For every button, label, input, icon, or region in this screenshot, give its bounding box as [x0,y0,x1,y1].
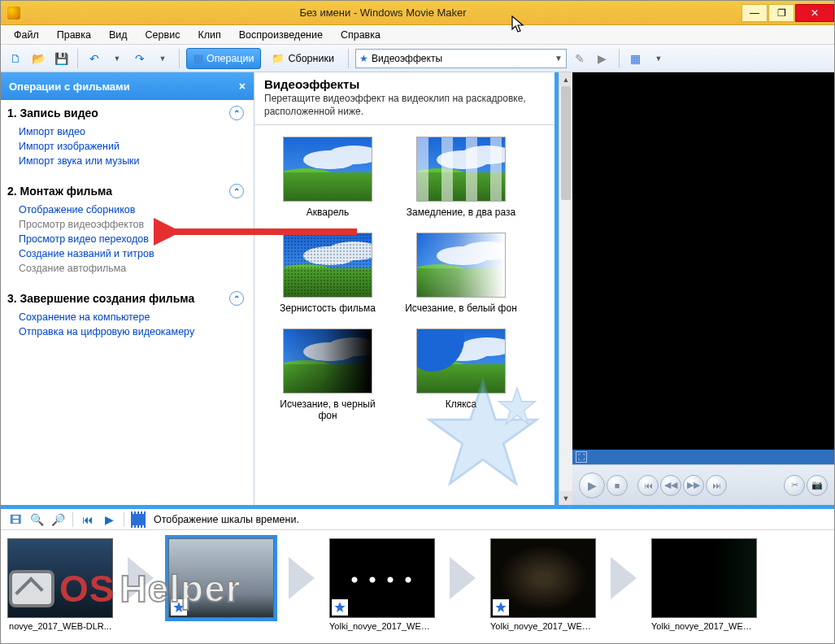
titlebar: Без имени - Windows Movie Maker — ❐ ✕ [1,1,834,25]
timeline-label[interactable]: Отображение шкалы времени. [154,514,299,525]
forward-button[interactable]: ▶▶ [683,475,704,496]
scroll-thumb[interactable] [561,86,571,200]
task-section-header[interactable]: 1. Запись видео⌃ [1,103,254,123]
folder-icon: 📁 [272,52,285,64]
collapse-icon[interactable]: ⌃ [229,184,244,198]
effect-item[interactable]: Замедление, в два раза [404,137,518,218]
open-button[interactable]: 📂 [28,49,48,68]
clip-thumbnail[interactable] [168,538,274,618]
stop-button[interactable]: ■ [607,475,628,496]
effect-thumbnail [416,137,506,202]
toolbar: 🗋 📂 💾 ↶ ▼ ↷ ▼ ▤ Операции 📁 Сборники ★ Ви… [1,45,834,72]
storyboard-clip[interactable]: novye_2017_WEB-DLR... [7,538,113,631]
task-link[interactable]: Просмотр видеоэффектов [19,217,254,232]
menu-tools[interactable]: Сервис [137,27,189,43]
transition-slot[interactable] [116,538,165,618]
save-button[interactable]: 💾 [51,49,71,68]
prev-clip-button[interactable]: ⏮ [637,475,659,496]
split-button[interactable]: ✂ [784,475,805,496]
effect-item[interactable]: Клякса [404,329,518,421]
next-clip-button[interactable]: ⏭ [706,475,727,496]
clip-thumbnail[interactable] [651,538,757,618]
playback-controls: ▶ ■ ⏮ ◀◀ ▶▶ ⏭ ✂ 📷 [572,464,834,505]
preview-video [572,72,834,450]
undo-button[interactable]: ↶ [85,49,104,68]
play-button[interactable]: ▶ [579,472,605,498]
transition-slot[interactable] [599,538,648,618]
new-button[interactable]: 🗋 [6,49,25,68]
menu-file[interactable]: Файл [6,27,47,43]
task-link[interactable]: Отображение сборников [19,202,254,217]
combo-label: Видеоэффекты [372,53,551,64]
nav-up-button[interactable]: ✎ [570,49,589,68]
collapse-icon[interactable]: ⌃ [229,291,244,306]
minimize-button[interactable]: — [741,4,768,22]
effect-label: Исчезание, в белый фон [404,302,518,314]
svg-marker-2 [173,602,184,612]
clip-filename: novye_2017_WEB-DLR... [9,621,111,631]
tl-rewind-button[interactable]: ⏮ [80,511,96,528]
task-link[interactable]: Сохранение на компьютере [19,310,254,324]
close-button[interactable]: ✕ [795,4,834,22]
task-pane-close[interactable]: × [239,80,246,93]
clip-thumbnail[interactable] [329,538,435,618]
task-link[interactable]: Отправка на цифровую видеокамеру [19,324,254,339]
task-pane: Операции с фильмами × 1. Запись видео⌃Им… [1,72,254,505]
effect-item[interactable]: Исчезание, в белый фон [404,233,518,314]
task-link[interactable]: Импорт видео [19,124,254,139]
operations-button[interactable]: ▤ Операции [186,48,261,69]
film-icon [131,514,146,525]
menu-view[interactable]: Вид [101,27,136,43]
task-link[interactable]: Создание автофильма [19,261,254,276]
task-link[interactable]: Импорт звука или музыки [19,154,254,168]
list-icon: ▤ [194,52,203,64]
storyboard[interactable]: novye_2017_WEB-DLR...Yolki_novye_2017_WE… [1,529,834,643]
scroll-up-button[interactable]: ▲ [559,72,572,86]
view-button[interactable]: ▦ [626,49,646,68]
timeline-toggle-button[interactable]: 🎞 [7,511,24,528]
maximize-button[interactable]: ❐ [768,4,794,22]
zoom-in-button[interactable]: 🔍 [28,511,45,528]
task-link[interactable]: Просмотр видео переходов [19,232,254,246]
separator [348,49,349,68]
effect-item[interactable]: Акварель [271,137,385,218]
app-icon [7,7,20,20]
rewind-button[interactable]: ◀◀ [660,475,681,496]
scroll-down-button[interactable]: ▼ [559,491,572,505]
menu-play[interactable]: Воспроизведение [231,27,331,43]
snapshot-button[interactable]: 📷 [807,475,828,496]
storyboard-clip[interactable]: Yolki_novye_2017_WEB-DLR... [329,538,435,631]
redo-button[interactable]: ↷ [130,49,150,68]
task-section-header[interactable]: 2. Монтаж фильма⌃ [1,181,254,201]
effects-scrollbar[interactable]: ▲ ▼ [559,72,572,505]
effect-item[interactable]: Зернистость фильма [271,233,385,314]
transition-slot[interactable] [277,538,326,618]
storyboard-clip[interactable]: Yolki_novye_2017_WEB-DLR... [490,538,596,631]
tl-play-button[interactable]: ▶ [101,511,117,528]
menu-edit[interactable]: Правка [49,27,99,43]
view-dropdown[interactable]: ▼ [649,49,668,68]
redo-dropdown[interactable]: ▼ [153,49,172,68]
task-section-header[interactable]: 3. Завершение создания фильма⌃ [1,289,254,308]
effect-label: Замедление, в два раза [404,207,518,218]
collapse-icon[interactable]: ⌃ [229,106,244,120]
clip-filename: Yolki_novye_2017_WEB-DLR... [329,621,435,631]
zoom-out-button[interactable]: 🔎 [50,511,66,528]
transition-slot[interactable] [438,538,487,618]
collections-button[interactable]: 📁 Сборники [264,48,341,69]
task-link[interactable]: Импорт изображений [19,139,254,154]
clip-thumbnail[interactable] [490,538,596,618]
task-link[interactable]: Создание названий и титров [19,246,254,261]
effects-combo[interactable]: ★ Видеоэффекты ▼ [355,49,567,68]
storyboard-clip[interactable] [168,538,274,621]
effect-thumbnail [283,137,372,202]
fullscreen-icon[interactable]: ⛶ [576,451,587,463]
menu-help[interactable]: Справка [333,27,389,43]
undo-dropdown[interactable]: ▼ [107,49,127,68]
effect-item[interactable]: Исчезание, в черный фон [271,329,385,421]
storyboard-clip[interactable]: Yolki_novye_2017_WEB-DLR... [651,538,757,631]
menu-clip[interactable]: Клип [189,27,228,43]
nav-fwd-button[interactable]: ▶ [593,49,612,68]
clip-thumbnail[interactable] [7,538,113,618]
scroll-track[interactable] [559,86,572,491]
